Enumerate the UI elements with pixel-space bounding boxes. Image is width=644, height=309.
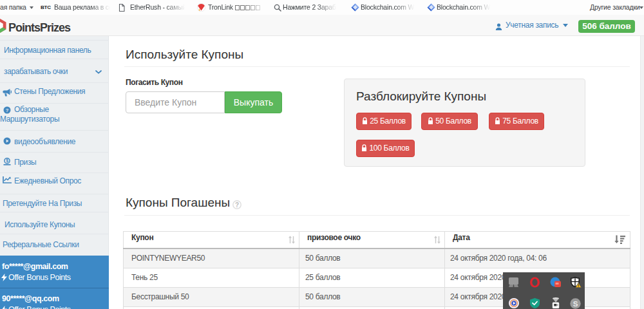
svg-text:?: ? — [6, 108, 9, 113]
svg-text:S: S — [573, 300, 578, 308]
svg-text:?: ? — [235, 201, 239, 209]
svg-text:$: $ — [6, 158, 8, 164]
